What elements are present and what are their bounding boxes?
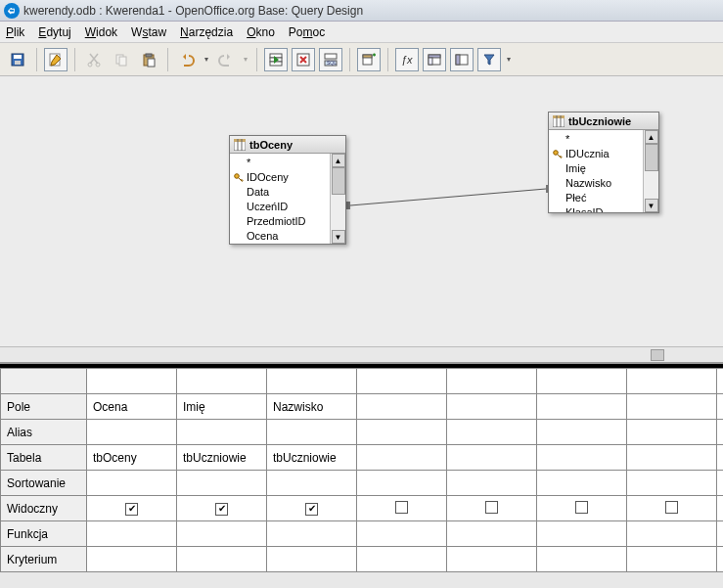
cell-sort[interactable] [267, 471, 357, 496]
col-head[interactable] [627, 369, 717, 394]
cell-funkcja[interactable] [447, 521, 537, 547]
scroll-up-icon[interactable]: ▲ [332, 154, 345, 167]
field-item[interactable]: UczeńID [234, 200, 326, 214]
cell-visible[interactable] [447, 496, 537, 521]
cell-pole[interactable] [537, 394, 627, 420]
cell-tabela[interactable] [447, 445, 537, 471]
cell-pole[interactable] [357, 394, 447, 420]
cell-kryterium[interactable] [717, 547, 724, 572]
table-title-oceny[interactable]: tbOceny [230, 136, 345, 154]
cell-visible[interactable] [357, 496, 447, 521]
checkbox-icon[interactable] [305, 503, 318, 516]
cell-kryterium[interactable] [537, 547, 627, 572]
design-sql-toggle-icon[interactable]: SQL [319, 48, 342, 71]
cell-sort[interactable] [627, 471, 717, 496]
cell-funkcja[interactable] [537, 521, 627, 547]
cell-alias[interactable] [717, 420, 724, 445]
cell-funkcja[interactable] [177, 521, 267, 547]
field-item[interactable]: Imię [553, 161, 639, 176]
field-list-oceny[interactable]: *IDOcenyDataUczeńIDPrzedmiotIDOcena [230, 154, 330, 244]
table-title-uczniowie[interactable]: tbUczniowie [549, 113, 658, 130]
col-head[interactable] [87, 369, 177, 394]
checkbox-icon[interactable] [575, 501, 588, 514]
cell-tabela[interactable] [627, 445, 717, 471]
col-head[interactable] [357, 369, 447, 394]
checkbox-icon[interactable] [395, 501, 408, 514]
cell-kryterium[interactable] [447, 547, 537, 572]
cell-funkcja[interactable] [267, 521, 357, 547]
menu-okno[interactable]: Okno [247, 25, 275, 39]
copy-icon[interactable] [110, 48, 133, 71]
cell-kryterium[interactable] [267, 547, 357, 572]
menu-wstaw[interactable]: Wstaw [131, 25, 166, 39]
add-tables-icon[interactable] [357, 48, 381, 71]
scroll-down-icon[interactable]: ▼ [645, 199, 658, 212]
checkbox-icon[interactable] [665, 501, 678, 514]
menu-pomoc[interactable]: Pomoc [289, 25, 325, 39]
field-list-uczniowie[interactable]: *IDUczniaImięNazwiskoPłećKlasaID [549, 130, 643, 212]
clear-query-icon[interactable] [292, 48, 315, 71]
table-name-icon[interactable] [423, 48, 446, 71]
cell-tabela[interactable] [537, 445, 627, 471]
checkbox-icon[interactable] [125, 503, 138, 516]
relation-design-area[interactable]: tbOceny *IDOcenyDataUczeńIDPrzedmiotIDOc… [0, 76, 723, 364]
field-item[interactable]: PrzedmiotID [234, 214, 326, 229]
cell-kryterium[interactable] [357, 547, 447, 572]
cell-alias[interactable] [357, 420, 447, 445]
cell-pole[interactable] [627, 394, 717, 420]
cell-visible[interactable] [717, 496, 724, 521]
undo-icon[interactable] [175, 48, 199, 71]
toolbar-overflow[interactable]: ▾ [505, 48, 513, 71]
cell-funkcja[interactable] [87, 521, 177, 547]
cell-sort[interactable] [357, 471, 447, 496]
cell-sort[interactable] [447, 471, 537, 496]
cell-alias[interactable] [627, 420, 717, 445]
cell-funkcja[interactable] [717, 521, 724, 547]
cell-tabela[interactable] [717, 445, 724, 471]
cell-pole[interactable]: Imię [177, 394, 267, 420]
menu-edytuj[interactable]: Edytuj [38, 25, 70, 39]
cell-pole[interactable]: Ocena [87, 394, 177, 420]
cell-alias[interactable] [177, 420, 267, 445]
cell-tabela[interactable]: tbUczniowie [177, 445, 267, 471]
cell-visible[interactable] [87, 496, 177, 521]
cell-visible[interactable] [177, 496, 267, 521]
field-item[interactable]: Płeć [553, 191, 639, 205]
scroll-thumb[interactable] [651, 349, 664, 361]
redo-dropdown[interactable]: ▾ [242, 48, 249, 71]
field-item[interactable]: Ocena [234, 229, 326, 244]
field-item[interactable]: * [553, 132, 639, 147]
field-item[interactable]: KlasaID [553, 205, 639, 212]
table-window-uczniowie[interactable]: tbUczniowie *IDUczniaImięNazwiskoPłećKla… [548, 112, 659, 213]
checkbox-icon[interactable] [215, 503, 228, 516]
menu-narzedzia[interactable]: Narzędzia [180, 25, 233, 39]
alias-icon[interactable] [450, 48, 474, 71]
design-hscroll[interactable] [0, 346, 723, 362]
cell-pole[interactable] [717, 394, 724, 420]
cell-kryterium[interactable] [87, 547, 177, 572]
cell-sort[interactable] [717, 471, 724, 496]
query-grid[interactable]: Pole Ocena Imię Nazwisko Alias Tabela tb… [0, 368, 723, 572]
col-head[interactable] [267, 369, 357, 394]
field-item[interactable]: IDOceny [234, 170, 326, 185]
cell-funkcja[interactable] [357, 521, 447, 547]
cell-sort[interactable] [87, 471, 177, 496]
run-query-icon[interactable] [264, 48, 288, 71]
field-item[interactable]: * [234, 156, 326, 170]
field-item[interactable]: Nazwisko [553, 176, 639, 191]
cell-alias[interactable] [537, 420, 627, 445]
save-icon[interactable] [6, 48, 29, 71]
edit-mode-icon[interactable] [44, 48, 68, 71]
cell-visible[interactable] [537, 496, 627, 521]
redo-icon[interactable] [214, 48, 238, 71]
cell-alias[interactable] [87, 420, 177, 445]
cell-kryterium[interactable] [177, 547, 267, 572]
cell-kryterium[interactable] [627, 547, 717, 572]
menu-widok[interactable]: Widok [85, 25, 117, 39]
checkbox-icon[interactable] [485, 501, 498, 514]
scroll-up-icon[interactable]: ▲ [645, 130, 658, 144]
field-item[interactable]: Data [234, 185, 326, 200]
menu-plik[interactable]: Plik [6, 25, 24, 39]
cell-pole[interactable]: Nazwisko [267, 394, 357, 420]
paste-icon[interactable] [137, 48, 160, 71]
